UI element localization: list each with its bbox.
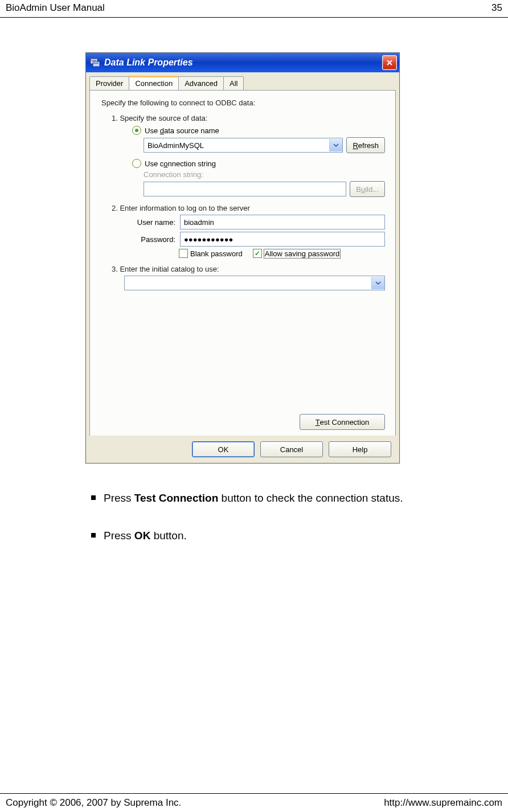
bullet-icon bbox=[91, 533, 96, 538]
header-title: BioAdmin User Manual bbox=[6, 2, 105, 14]
bullet-icon bbox=[91, 495, 96, 500]
cancel-button[interactable]: Cancel bbox=[260, 441, 323, 457]
intro-text: Specify the following to connect to ODBC… bbox=[101, 99, 385, 107]
window-title: Data Link Properties bbox=[104, 58, 382, 68]
blank-password-label: Blank password bbox=[190, 249, 243, 258]
close-button[interactable] bbox=[382, 55, 397, 70]
footer-url: http://www.supremainc.com bbox=[384, 797, 502, 809]
instruction-item-1: Press Test Connection button to check th… bbox=[91, 490, 474, 507]
radio-use-cs-row[interactable]: Use connection string bbox=[132, 159, 385, 168]
step1-label: 1. Specify the source of data: bbox=[112, 114, 385, 122]
help-button[interactable]: Help bbox=[329, 441, 391, 457]
connection-panel: Specify the following to connect to ODBC… bbox=[89, 90, 396, 441]
database-icon bbox=[89, 57, 101, 68]
radio-use-dsn-label: Use data source name bbox=[145, 126, 219, 135]
connection-string-label: Connection string: bbox=[144, 170, 385, 179]
page-number: 35 bbox=[491, 2, 502, 14]
ok-button[interactable]: OK bbox=[192, 441, 255, 457]
page-header: BioAdmin User Manual 35 bbox=[0, 0, 508, 18]
username-label: User name: bbox=[124, 218, 175, 227]
build-button: Build... bbox=[350, 181, 385, 197]
close-icon bbox=[386, 59, 393, 66]
tab-connection[interactable]: Connection bbox=[129, 76, 179, 90]
svg-rect-1 bbox=[93, 61, 100, 67]
radio-use-cs-label: Use connection string bbox=[145, 159, 216, 168]
test-connection-button[interactable]: Test Connection bbox=[300, 414, 385, 430]
password-label: Password: bbox=[124, 235, 175, 244]
refresh-button[interactable]: Refresh bbox=[346, 137, 385, 153]
chevron-down-icon[interactable] bbox=[371, 277, 384, 289]
step3-label: 3. Enter the initial catalog to use: bbox=[112, 265, 385, 273]
tabstrip: Provider Connection Advanced All bbox=[86, 72, 399, 90]
initial-catalog-dropdown[interactable] bbox=[124, 276, 385, 290]
instruction-text-1: Press Test Connection button to check th… bbox=[104, 490, 403, 507]
copyright-text: Copyright © 2006, 2007 by Suprema Inc. bbox=[6, 797, 181, 809]
data-link-properties-dialog: Data Link Properties Provider Connection… bbox=[85, 52, 400, 464]
radio-use-dsn-row[interactable]: Use data source name bbox=[132, 126, 385, 135]
page-footer: Copyright © 2006, 2007 by Suprema Inc. h… bbox=[0, 793, 508, 812]
tab-all[interactable]: All bbox=[223, 76, 244, 91]
instruction-item-2: Press OK button. bbox=[91, 527, 474, 544]
blank-password-checkbox[interactable] bbox=[179, 249, 188, 258]
dialog-button-bar: OK Cancel Help bbox=[86, 436, 399, 463]
dsn-dropdown[interactable]: BioAdminMySQL bbox=[144, 138, 343, 153]
allow-saving-password-checkbox[interactable] bbox=[253, 249, 262, 258]
allow-saving-password-label: Allow saving password bbox=[264, 249, 341, 258]
tab-provider[interactable]: Provider bbox=[89, 76, 129, 91]
radio-use-cs[interactable] bbox=[132, 159, 141, 168]
titlebar[interactable]: Data Link Properties bbox=[86, 53, 399, 72]
password-input[interactable]: ●●●●●●●●●●● bbox=[180, 232, 385, 247]
connection-string-input bbox=[144, 182, 346, 196]
chevron-down-icon[interactable] bbox=[329, 139, 342, 151]
step2-label: 2. Enter information to log on to the se… bbox=[112, 204, 385, 212]
username-input[interactable]: bioadmin bbox=[180, 215, 385, 229]
dsn-value: BioAdminMySQL bbox=[148, 141, 204, 150]
instruction-text-2: Press OK button. bbox=[104, 527, 187, 544]
tab-advanced[interactable]: Advanced bbox=[178, 76, 224, 91]
radio-use-dsn[interactable] bbox=[132, 126, 141, 135]
instructions-block: Press Test Connection button to check th… bbox=[91, 490, 474, 565]
